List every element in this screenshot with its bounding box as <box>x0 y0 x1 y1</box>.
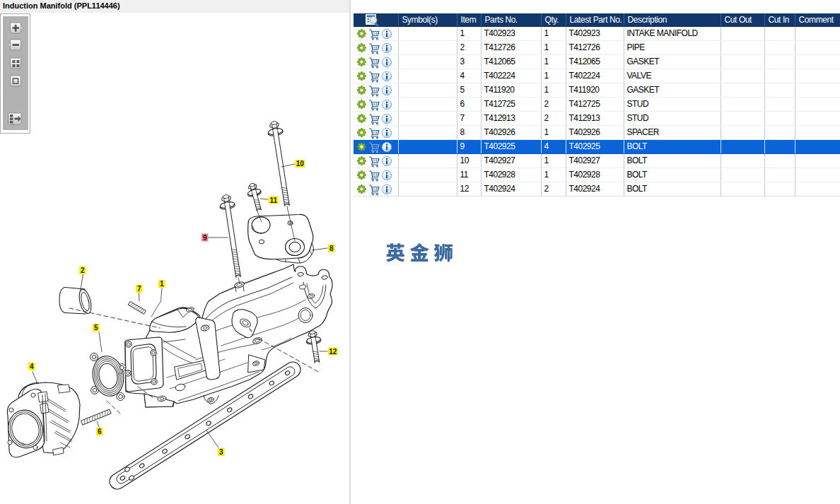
svg-text:12: 12 <box>329 348 337 356</box>
svg-text:11: 11 <box>269 197 277 204</box>
svg-text:8: 8 <box>329 245 334 252</box>
svg-text:7: 7 <box>137 285 141 293</box>
svg-text:1: 1 <box>160 280 164 288</box>
svg-text:2: 2 <box>81 266 85 274</box>
svg-text:6: 6 <box>98 428 102 435</box>
svg-text:3: 3 <box>219 448 223 456</box>
svg-text:5: 5 <box>94 324 98 332</box>
svg-text:9: 9 <box>203 234 207 242</box>
svg-text:4: 4 <box>30 363 34 370</box>
svg-text:10: 10 <box>296 160 305 168</box>
